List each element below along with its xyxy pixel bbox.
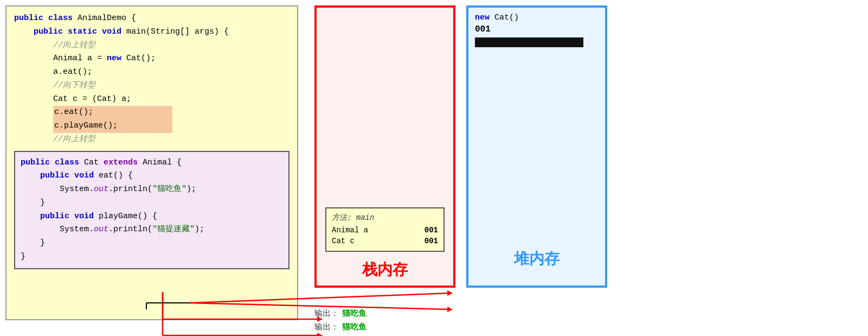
code-line-2: public static void main(String[] args) { <box>14 26 290 39</box>
cat-line-2: public void eat() { <box>21 169 283 183</box>
heap-new-cat: new Cat() <box>475 13 599 22</box>
code-line-9: c.playGame(); <box>14 119 290 133</box>
svg-marker-2 <box>317 316 323 322</box>
heap-id: 001 <box>475 24 599 34</box>
stack-row-1: Animal a 001 <box>332 225 438 236</box>
svg-marker-5 <box>317 333 323 336</box>
stack-memory-label: 栈内存 <box>362 259 408 280</box>
output-value-1: 猫吃鱼 <box>342 308 367 319</box>
stack-row-2: Cat c 001 <box>332 236 438 246</box>
heap-bar <box>475 37 583 47</box>
cat-line-8: } <box>21 250 283 264</box>
output-value-2: 猫吃鱼 <box>342 322 367 332</box>
code-line-1: public class AnimalDemo { <box>14 12 290 26</box>
code-line-4: Animal a = new Cat(); <box>14 52 290 66</box>
inner-class-box: public class Cat extends Animal { public… <box>14 151 290 269</box>
code-line-7: Cat c = (Cat) a; <box>14 93 290 106</box>
stack-label-cat: Cat c <box>332 237 355 245</box>
stack-label-animal: Animal a <box>332 226 368 234</box>
code-line-6: //向下转型 <box>14 79 290 93</box>
output-area: 输出： 猫吃鱼 输出： 猫吃鱼 输出： 猫提迷藏 <box>314 297 375 336</box>
stack-value-cat: 001 <box>425 237 438 245</box>
heap-panel: new Cat() 001 堆内存 <box>466 5 607 288</box>
code-line-5: a.eat(); <box>14 66 290 79</box>
cat-line-3: System.out.println("猫吃鱼"); <box>21 183 283 196</box>
heap-memory-label: 堆内存 <box>514 249 560 269</box>
stack-panel: 方法: main Animal a 001 Cat c 001 栈内存 <box>314 5 455 288</box>
stack-frame: 方法: main Animal a 001 Cat c 001 <box>325 207 445 252</box>
code-line-3: //向上转型 <box>14 39 290 53</box>
cat-line-4: } <box>21 196 283 210</box>
code-line-8: c.eat(); <box>14 106 290 119</box>
code-line-10: //向上转型 <box>14 133 290 147</box>
cat-line-6: System.out.println("猫提迷藏"); <box>21 223 283 237</box>
code-panel: public class AnimalDemo { public static … <box>5 5 298 320</box>
cat-line-7: } <box>21 237 283 250</box>
cat-line-5: public void playGame() { <box>21 210 283 224</box>
arrows-svg <box>114 292 331 336</box>
main-container: public class AnimalDemo { public static … <box>0 0 868 336</box>
stack-value-animal: 001 <box>425 226 438 234</box>
stack-frame-title: 方法: main <box>332 213 438 223</box>
cat-line-1: public class Cat extends Animal { <box>21 156 283 170</box>
